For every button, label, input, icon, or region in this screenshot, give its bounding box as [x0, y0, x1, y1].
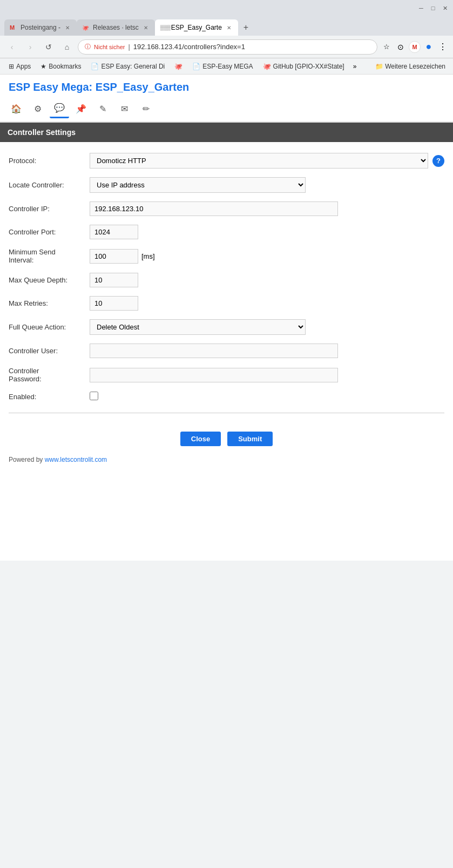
nav-devices-button[interactable]: ✎: [93, 99, 112, 118]
nav-home-button[interactable]: 🏠: [6, 99, 26, 118]
bookmark-gpio-label: GitHub [GPIO-XX#State]: [273, 63, 344, 70]
tab-close-github[interactable]: ✕: [142, 24, 150, 31]
controller-ip-control: [90, 201, 444, 216]
bookmark-apps[interactable]: ⊞ Apps: [4, 62, 35, 71]
back-button[interactable]: ‹: [4, 39, 19, 55]
apps-icon: ⊞: [9, 63, 14, 70]
max-queue-depth-control: [90, 273, 444, 287]
max-retries-input[interactable]: [90, 296, 138, 311]
tab-bar: M Posteingang - ✕ 🐙 Releases · letsc ✕ ▒…: [0, 16, 453, 36]
controller-port-label: Controller Port:: [9, 228, 90, 236]
bookmark-esp-mega[interactable]: 📄 ESP-Easy MEGA: [188, 62, 257, 71]
address-field[interactable]: ⓘ Nicht sicher | 192.168.123.41/controll…: [78, 39, 377, 55]
max-retries-control: [90, 296, 444, 311]
address-bar: ‹ › ↺ ⌂ ⓘ Nicht sicher | 192.168.123.41/…: [0, 36, 453, 58]
bookmarks-bar: ⊞ Apps ★ Bookmarks 📄 ESP Easy: General D…: [0, 58, 453, 75]
enabled-control: [90, 392, 444, 402]
controller-password-input[interactable]: [90, 368, 338, 382]
folder-icon: 📁: [375, 63, 383, 70]
nav-notifications-button[interactable]: ✉: [114, 99, 134, 118]
protocol-label: Protocol:: [9, 157, 90, 165]
protocol-control: Domoticz HTTP ?: [90, 153, 444, 169]
form-divider: [9, 413, 444, 413]
max-retries-row: Max Retries:: [9, 292, 444, 315]
bookmark-github-gpio[interactable]: 🐙 GitHub [GPIO-XX#State]: [259, 62, 349, 71]
buttons-row: Close Submit: [0, 426, 453, 452]
protocol-select[interactable]: Domoticz HTTP: [90, 153, 428, 169]
bookmark-github[interactable]: 🐙: [170, 62, 187, 71]
window-controls[interactable]: ─ □ ✕: [417, 4, 449, 12]
title-bar: ─ □ ✕: [0, 0, 453, 16]
new-tab-button[interactable]: +: [238, 19, 254, 36]
locate-controller-select[interactable]: Use IP address: [90, 177, 306, 193]
tab-esp[interactable]: ▒▒▒ ESP_Easy_Garte ✕: [155, 19, 238, 36]
page-header: ESP Easy Mega: ESP_Easy_Garten: [0, 75, 453, 96]
max-queue-depth-input[interactable]: [90, 273, 138, 287]
nav-pin-button[interactable]: 📌: [71, 99, 91, 118]
github-icon-1: 🐙: [174, 63, 182, 70]
home-button[interactable]: ⌂: [59, 39, 75, 55]
not-secure-icon: ⓘ: [85, 43, 91, 51]
reload-button[interactable]: ↺: [41, 39, 56, 55]
page-footer: Powered by www.letscontrolit.com: [0, 452, 453, 468]
tab-github[interactable]: 🐙 Releases · letsc ✕: [77, 19, 155, 36]
min-send-interval-label: Minimum SendInterval:: [9, 248, 90, 264]
max-retries-label: Max Retries:: [9, 299, 90, 307]
address-url: 192.168.123.41/controllers?index=1: [133, 43, 370, 51]
full-queue-action-select[interactable]: Delete Oldest Delete Newest: [90, 319, 306, 335]
enabled-label: Enabled:: [9, 393, 90, 401]
tab-close-esp[interactable]: ✕: [225, 24, 233, 31]
maximize-button[interactable]: □: [429, 4, 437, 12]
controller-user-input[interactable]: [90, 344, 338, 358]
min-send-interval-row: Minimum SendInterval: [ms]: [9, 244, 444, 268]
powered-by-text: Powered by: [9, 456, 45, 463]
bookmark-esp-general[interactable]: 📄 ESP Easy: General Di: [86, 62, 169, 71]
bookmark-esp-general-label: ESP Easy: General Di: [101, 63, 165, 70]
controller-ip-label: Controller IP:: [9, 205, 90, 213]
address-separator: |: [128, 43, 130, 51]
bookmark-apps-label: Apps: [16, 63, 31, 70]
gmail-icon[interactable]: M: [409, 41, 421, 53]
tab-gmail[interactable]: M Posteingang - ✕: [4, 19, 77, 36]
submit-button[interactable]: Submit: [227, 432, 273, 446]
help-button[interactable]: ?: [432, 155, 444, 167]
max-queue-depth-label: Max Queue Depth:: [9, 276, 90, 284]
forward-button[interactable]: ›: [23, 39, 38, 55]
min-send-interval-control: [ms]: [90, 249, 444, 264]
min-send-interval-input[interactable]: [90, 249, 138, 264]
close-button[interactable]: ✕: [441, 4, 449, 12]
form-container: Protocol: Domoticz HTTP ? Locate Control…: [0, 142, 453, 426]
protocol-row: Protocol: Domoticz HTTP ?: [9, 149, 444, 173]
locate-controller-control: Use IP address: [90, 177, 444, 193]
menu-icon[interactable]: ⋮: [437, 41, 449, 53]
controller-port-input[interactable]: [90, 225, 138, 239]
section-header: Controller Settings: [0, 123, 453, 142]
controller-user-row: Controller User:: [9, 339, 444, 362]
bookmark-esp-mega-label: ESP-Easy MEGA: [202, 63, 253, 70]
bookmarks-more-button[interactable]: »: [350, 62, 360, 71]
controller-password-label: ControllerPassword:: [9, 367, 90, 383]
footer-link[interactable]: www.letscontrolit.com: [45, 456, 107, 463]
full-queue-action-label: Full Queue Action:: [9, 323, 90, 331]
tab-label-esp: ESP_Easy_Garte: [171, 24, 222, 31]
bookmark-more-items[interactable]: 📁 Weitere Lesezeichen: [372, 62, 449, 71]
account-icon[interactable]: ●: [423, 41, 435, 53]
close-button[interactable]: Close: [180, 432, 221, 446]
bookmark-bookmarks-label: Bookmarks: [49, 63, 81, 70]
nav-controller-button[interactable]: 💬: [50, 99, 69, 118]
controller-ip-input[interactable]: [90, 201, 338, 216]
minimize-button[interactable]: ─: [417, 4, 425, 12]
doc-icon-1: 📄: [91, 63, 99, 70]
controller-password-control: [90, 368, 444, 382]
more-bookmarks-label: Weitere Lesezeichen: [385, 63, 445, 70]
history-icon[interactable]: ⊙: [395, 41, 407, 53]
tab-close-gmail[interactable]: ✕: [64, 24, 71, 31]
bookmark-bookmarks[interactable]: ★ Bookmarks: [36, 62, 85, 71]
page-content: ESP Easy Mega: ESP_Easy_Garten 🏠 ⚙ 💬 📌 ✎…: [0, 75, 453, 561]
enabled-checkbox[interactable]: [90, 392, 98, 400]
star-icon[interactable]: ☆: [381, 41, 393, 53]
page-title: ESP Easy Mega: ESP_Easy_Garten: [9, 81, 444, 93]
nav-settings-button[interactable]: ⚙: [28, 99, 48, 118]
nav-rules-button[interactable]: ✏: [136, 99, 155, 118]
enabled-row: Enabled:: [9, 387, 444, 406]
